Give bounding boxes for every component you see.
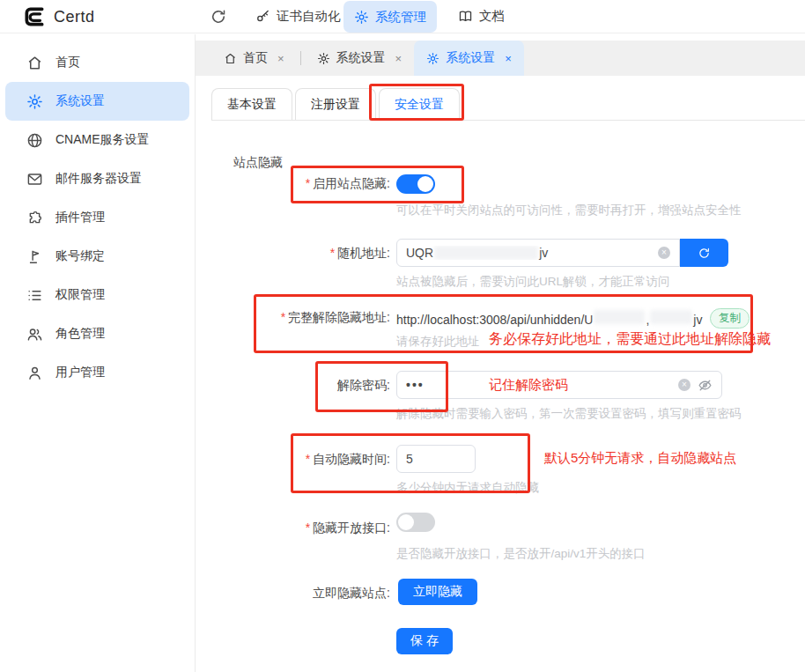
gear-icon bbox=[317, 52, 330, 65]
nav-docs[interactable]: 文档 bbox=[447, 0, 515, 33]
sidebar-item-label: 首页 bbox=[55, 55, 80, 70]
tab-divider bbox=[300, 51, 301, 65]
sidebar-item-label: 系统设置 bbox=[55, 93, 105, 109]
flag-icon bbox=[26, 248, 43, 265]
toggle-knob bbox=[417, 176, 433, 192]
sidebar-item-cname-service[interactable]: CNAME服务设置 bbox=[5, 121, 189, 159]
sidebar-item-mail-server[interactable]: 邮件服务器设置 bbox=[5, 159, 189, 198]
page-tab-label: 系统设置 bbox=[446, 50, 495, 66]
page-tab-system-settings-2[interactable]: 系统设置 bbox=[414, 41, 524, 76]
settings-tabs: 基本设置 注册设置 安全设置 bbox=[211, 88, 460, 121]
sidebar-item-label: 邮件服务器设置 bbox=[55, 171, 142, 187]
tabs-underline bbox=[211, 120, 805, 121]
user-icon bbox=[26, 365, 43, 381]
sidebar: 首页 系统设置 CNAME服务设置 邮件服务器设置 插件管理 账号绑定 权限管理… bbox=[0, 34, 196, 672]
clear-icon[interactable] bbox=[658, 247, 670, 259]
full-url-help: 请保存好此地址 bbox=[396, 334, 480, 350]
sidebar-item-user-management[interactable]: 用户管理 bbox=[5, 353, 189, 392]
redacted-text bbox=[650, 310, 692, 324]
password-label: 解除密码: bbox=[196, 378, 390, 394]
url-prefix: http://localhost:3008/api/unhidden/U bbox=[396, 313, 593, 327]
eye-off-icon[interactable] bbox=[698, 378, 713, 393]
refresh-icon bbox=[698, 247, 711, 260]
nav-system-management[interactable]: 系统管理 bbox=[343, 1, 437, 33]
full-url-value: http://localhost:3008/api/unhidden/U,jv bbox=[396, 310, 702, 327]
settings-content: 基本设置 注册设置 安全设置 站点隐藏 启用站点隐藏: 可以在平时关闭站点的可访… bbox=[196, 78, 805, 672]
page-tab-bar: 首页 系统设置 系统设置 bbox=[196, 41, 805, 76]
sidebar-item-label: 账号绑定 bbox=[55, 248, 105, 264]
auto-hide-value: 5 bbox=[406, 452, 466, 466]
random-path-help: 站点被隐藏后，需要访问此URL解锁，才能正常访问 bbox=[396, 274, 670, 290]
app-title: Certd bbox=[54, 8, 95, 26]
random-path-label: 随机地址: bbox=[196, 246, 390, 262]
globe-icon bbox=[26, 132, 43, 149]
page-tab-label: 系统设置 bbox=[336, 50, 386, 66]
hide-api-help: 是否隐藏开放接口，是否放开/api/v1开头的接口 bbox=[396, 546, 646, 562]
close-icon[interactable] bbox=[505, 52, 512, 65]
tab-label: 注册设置 bbox=[311, 97, 360, 113]
refresh-icon[interactable] bbox=[210, 8, 227, 26]
page-tab-system-settings-1[interactable]: 系统设置 bbox=[305, 41, 415, 76]
home-icon bbox=[224, 52, 237, 65]
toggle-knob bbox=[398, 514, 414, 530]
close-icon[interactable] bbox=[277, 52, 284, 65]
tab-label: 安全设置 bbox=[395, 97, 444, 113]
hide-now-label: 立即隐藏站点: bbox=[196, 586, 390, 602]
copy-button[interactable]: 复制 bbox=[710, 308, 750, 329]
enable-hide-help: 可以在平时关闭站点的可访问性，需要时再打开，增强站点安全性 bbox=[396, 203, 742, 218]
plugin-icon bbox=[26, 210, 43, 226]
nav-label: 文档 bbox=[479, 8, 505, 25]
password-help: 解除隐藏时需要输入密码，第一次需要设置密码，填写则重置密码 bbox=[396, 406, 742, 422]
sidebar-item-account-binding[interactable]: 账号绑定 bbox=[5, 237, 189, 276]
key-icon bbox=[255, 9, 270, 24]
sidebar-item-label: 角色管理 bbox=[55, 326, 105, 342]
redacted-text bbox=[594, 310, 645, 324]
form-group-title: 站点隐藏 bbox=[233, 155, 283, 171]
page-tab-home[interactable]: 首页 bbox=[211, 41, 297, 76]
tab-security-settings[interactable]: 安全设置 bbox=[379, 88, 460, 121]
regenerate-button[interactable] bbox=[680, 239, 728, 267]
users-icon bbox=[26, 326, 43, 343]
hide-api-toggle[interactable] bbox=[396, 513, 435, 532]
url-suffix: jv bbox=[693, 313, 702, 327]
home-icon bbox=[26, 55, 43, 71]
close-icon[interactable] bbox=[395, 52, 402, 65]
annotation-text-default-5min: 默认5分钟无请求，自动隐藏站点 bbox=[544, 450, 736, 467]
mail-icon bbox=[26, 171, 43, 188]
input-value-prefix: UQR bbox=[406, 246, 433, 260]
auto-hide-help: 多少分钟内无请求自动隐藏 bbox=[396, 480, 539, 496]
gear-icon bbox=[426, 52, 439, 65]
sidebar-item-label: 插件管理 bbox=[55, 210, 105, 225]
enable-hide-label: 启用站点隐藏: bbox=[196, 176, 390, 192]
annotation-text-remember-password: 记住解除密码 bbox=[489, 377, 568, 394]
url-mid: , bbox=[646, 313, 649, 327]
sidebar-item-label: CNAME服务设置 bbox=[55, 132, 150, 148]
gear-icon bbox=[26, 93, 43, 110]
save-button[interactable]: 保 存 bbox=[396, 628, 453, 654]
random-path-input[interactable]: UQR jv bbox=[396, 239, 680, 267]
input-value-suffix: jv bbox=[539, 246, 548, 260]
hide-api-label: 隐藏开放接口: bbox=[196, 521, 390, 536]
sidebar-item-permission-management[interactable]: 权限管理 bbox=[5, 276, 189, 314]
gear-icon bbox=[354, 10, 369, 25]
auto-hide-input[interactable]: 5 bbox=[396, 445, 476, 473]
page-tab-label: 首页 bbox=[243, 50, 268, 66]
redacted-text bbox=[434, 246, 538, 260]
nav-cert-automation[interactable]: 证书自动化 bbox=[245, 0, 351, 33]
tab-basic-settings[interactable]: 基本设置 bbox=[211, 88, 292, 121]
clear-icon[interactable] bbox=[678, 379, 691, 391]
sidebar-item-plugin-management[interactable]: 插件管理 bbox=[5, 198, 189, 237]
sidebar-item-label: 用户管理 bbox=[55, 365, 105, 380]
hide-now-button[interactable]: 立即隐藏 bbox=[398, 579, 477, 605]
full-url-label: 完整解除隐藏地址: bbox=[196, 310, 390, 326]
enable-hide-toggle[interactable] bbox=[396, 174, 435, 194]
sidebar-item-label: 权限管理 bbox=[55, 287, 105, 303]
app-header: Certd 证书自动化 系统管理 文档 bbox=[0, 0, 805, 33]
tab-register-settings[interactable]: 注册设置 bbox=[295, 88, 376, 121]
app-logo[interactable]: Certd bbox=[23, 5, 95, 28]
certd-logo-icon bbox=[23, 5, 46, 28]
sidebar-item-home[interactable]: 首页 bbox=[5, 43, 189, 82]
list-icon bbox=[26, 287, 43, 304]
sidebar-item-system-settings[interactable]: 系统设置 bbox=[5, 82, 189, 121]
sidebar-item-role-management[interactable]: 角色管理 bbox=[5, 314, 189, 353]
